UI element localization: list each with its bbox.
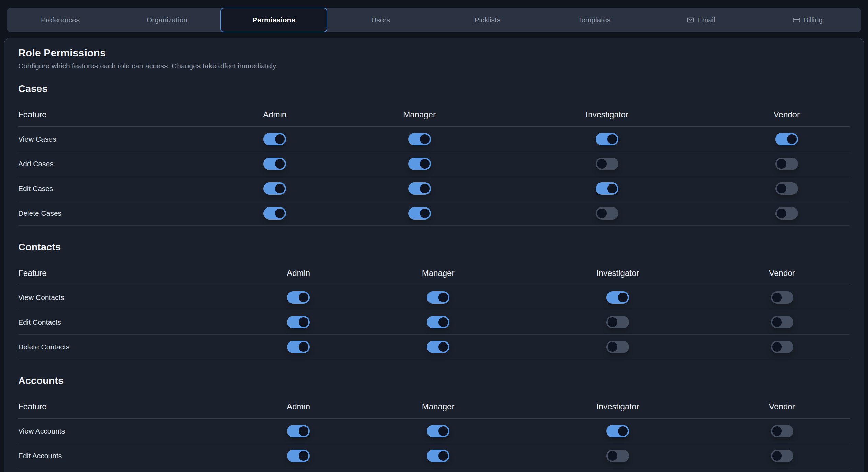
toggle-knob (299, 342, 308, 352)
toggle-add-cases-manager[interactable] (408, 158, 431, 170)
toggle-cell (242, 425, 355, 437)
tab-permissions[interactable]: Permissions (220, 8, 327, 32)
toggle-knob (772, 342, 782, 352)
toggle-delete-contacts-investigator[interactable] (606, 341, 629, 353)
toggle-cell (355, 316, 521, 328)
toggle-cell (521, 425, 714, 437)
toggle-edit-accounts-vendor[interactable] (771, 450, 793, 462)
toggle-view-contacts-manager[interactable] (427, 291, 449, 304)
toggle-knob (772, 451, 782, 461)
section-contacts: ContactsFeatureAdminManagerInvestigatorV… (18, 241, 850, 359)
toggle-edit-accounts-manager[interactable] (427, 450, 449, 462)
toggle-knob (607, 134, 617, 144)
toggle-cell (349, 207, 491, 220)
permissions-table: FeatureAdminManagerInvestigatorVendorVie… (18, 261, 850, 359)
tab-label: Organization (147, 16, 187, 24)
toggle-edit-cases-investigator[interactable] (596, 182, 618, 195)
toggle-edit-contacts-admin[interactable] (287, 316, 310, 328)
toggle-view-accounts-manager[interactable] (427, 425, 449, 437)
toggle-cell (355, 291, 521, 304)
toggle-delete-cases-admin[interactable] (263, 207, 286, 220)
tab-billing[interactable]: Billing (754, 8, 861, 32)
toggle-edit-accounts-investigator[interactable] (606, 450, 629, 462)
table-header-row: FeatureAdminManagerInvestigatorVendor (18, 103, 850, 127)
toggle-knob (275, 209, 285, 218)
toggle-knob (597, 159, 607, 169)
toggle-knob (777, 159, 786, 169)
toggle-view-accounts-vendor[interactable] (771, 425, 793, 437)
toggle-cell (242, 341, 355, 353)
table-row: Edit Cases (18, 176, 850, 201)
table-row: View Accounts (18, 419, 850, 443)
section-title: Contacts (18, 241, 850, 253)
toggle-cell (491, 133, 723, 145)
table-row: Edit Contacts (18, 310, 850, 335)
toggle-knob (787, 134, 797, 144)
toggle-knob (438, 293, 448, 302)
toggle-delete-cases-vendor[interactable] (775, 207, 798, 220)
toggle-delete-cases-manager[interactable] (408, 207, 431, 220)
permissions-table: FeatureAdminManagerInvestigatorVendorVie… (18, 395, 850, 468)
toggle-knob (777, 184, 786, 193)
toggle-edit-cases-manager[interactable] (408, 182, 431, 195)
toggle-delete-cases-investigator[interactable] (596, 207, 618, 220)
toggle-view-accounts-admin[interactable] (287, 425, 310, 437)
toggle-delete-contacts-admin[interactable] (287, 341, 310, 353)
toggle-cell (714, 425, 850, 437)
toggle-knob (607, 184, 617, 193)
toggle-edit-cases-vendor[interactable] (775, 182, 798, 195)
tab-templates[interactable]: Templates (541, 8, 648, 32)
toggle-edit-contacts-investigator[interactable] (606, 316, 629, 328)
toggle-cell (201, 133, 349, 145)
feature-label: Delete Cases (18, 209, 201, 217)
toggle-cell (714, 316, 850, 328)
toggle-view-contacts-investigator[interactable] (606, 291, 629, 304)
column-header-admin: Admin (242, 268, 355, 278)
feature-label: Add Cases (18, 160, 201, 168)
toggle-view-cases-admin[interactable] (263, 133, 286, 145)
toggle-view-contacts-admin[interactable] (287, 291, 310, 304)
toggle-cell (242, 316, 355, 328)
toggle-edit-contacts-vendor[interactable] (771, 316, 793, 328)
toggle-knob (420, 134, 430, 144)
toggle-cell (723, 207, 850, 220)
toggle-edit-accounts-admin[interactable] (287, 450, 310, 462)
tab-label: Billing (803, 16, 823, 24)
toggle-add-cases-admin[interactable] (263, 158, 286, 170)
toggle-cell (349, 133, 491, 145)
feature-label: Edit Cases (18, 184, 201, 193)
tab-label: Preferences (41, 16, 80, 24)
toggle-knob (438, 317, 448, 327)
feature-label: View Cases (18, 135, 201, 143)
toggle-view-contacts-vendor[interactable] (771, 291, 793, 304)
toggle-delete-contacts-manager[interactable] (427, 341, 449, 353)
column-header-feature: Feature (18, 110, 201, 120)
column-header-admin: Admin (201, 110, 349, 120)
toggle-cell (521, 291, 714, 304)
toggle-delete-contacts-vendor[interactable] (771, 341, 793, 353)
tab-picklists[interactable]: Picklists (434, 8, 541, 32)
toggle-cell (723, 133, 850, 145)
toggle-cell (355, 425, 521, 437)
toggle-view-accounts-investigator[interactable] (606, 425, 629, 437)
toggle-view-cases-vendor[interactable] (775, 133, 798, 145)
toggle-add-cases-investigator[interactable] (596, 158, 618, 170)
tab-label: Users (371, 16, 390, 24)
tab-email[interactable]: Email (648, 8, 754, 32)
toggle-add-cases-vendor[interactable] (775, 158, 798, 170)
settings-tabbar: PreferencesOrganizationPermissionsUsersP… (7, 8, 861, 32)
tab-label: Templates (578, 16, 611, 24)
toggle-edit-cases-admin[interactable] (263, 182, 286, 195)
toggle-knob (618, 426, 628, 436)
toggle-view-cases-investigator[interactable] (596, 133, 618, 145)
toggle-edit-contacts-manager[interactable] (427, 316, 449, 328)
toggle-knob (420, 209, 430, 218)
feature-label: View Accounts (18, 427, 242, 435)
toggle-view-cases-manager[interactable] (408, 133, 431, 145)
tab-users[interactable]: Users (327, 8, 434, 32)
toggle-knob (438, 426, 448, 436)
tab-organization[interactable]: Organization (114, 8, 220, 32)
tab-preferences[interactable]: Preferences (7, 8, 114, 32)
toggle-knob (299, 317, 308, 327)
tab-label: Email (697, 16, 716, 24)
